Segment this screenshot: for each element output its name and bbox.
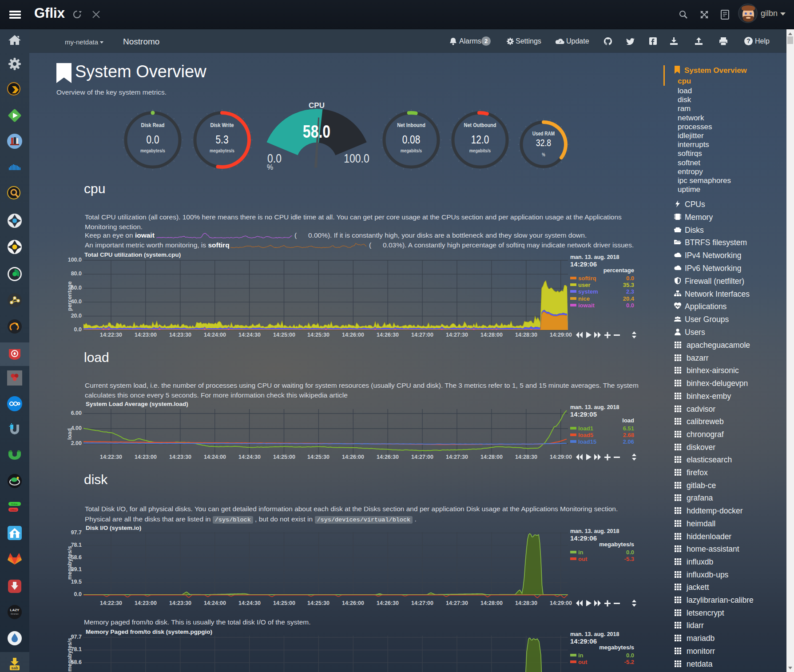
svg-text:librarian: librarian [11,612,19,615]
svg-text:LAZY: LAZY [10,608,20,612]
svg-text:Online: Online [11,503,18,505]
svg-text:Offline: Offline [10,509,17,511]
